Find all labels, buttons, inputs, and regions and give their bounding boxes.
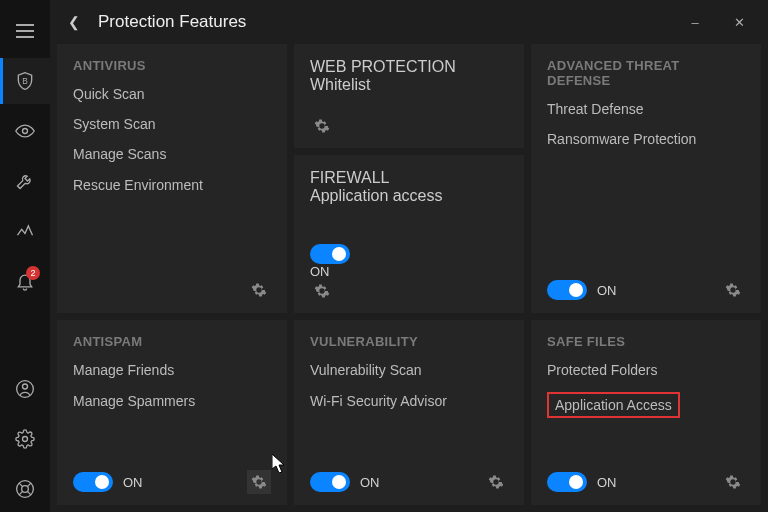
card-heading: ANTISPAM bbox=[73, 334, 271, 349]
svg-point-1 bbox=[23, 129, 28, 134]
header: ❮ Protection Features – ✕ bbox=[50, 0, 768, 44]
close-button[interactable]: ✕ bbox=[724, 15, 754, 30]
gear-icon bbox=[725, 474, 741, 490]
toggle-atd[interactable] bbox=[547, 280, 587, 300]
settings-antivirus[interactable] bbox=[247, 278, 271, 302]
svg-text:B: B bbox=[22, 76, 28, 86]
gear-icon bbox=[488, 474, 504, 490]
toggle-safefiles[interactable] bbox=[547, 472, 587, 492]
svg-point-4 bbox=[23, 437, 28, 442]
link-application-access-safefiles[interactable]: Application Access bbox=[547, 392, 680, 418]
gear-icon bbox=[314, 118, 330, 134]
card-heading: VULNERABILITY bbox=[310, 334, 508, 349]
link-rescue-environment[interactable]: Rescue Environment bbox=[73, 176, 271, 194]
card-antivirus: ANTIVIRUS Quick Scan System Scan Manage … bbox=[57, 44, 287, 313]
tools-icon bbox=[15, 171, 35, 191]
card-heading: ADVANCED THREAT DEFENSE bbox=[547, 58, 745, 88]
link-protected-folders[interactable]: Protected Folders bbox=[547, 361, 745, 379]
rail-tools[interactable] bbox=[0, 158, 50, 204]
link-system-scan[interactable]: System Scan bbox=[73, 115, 271, 133]
toggle-label: ON bbox=[123, 475, 143, 490]
toggle-label: ON bbox=[360, 475, 380, 490]
settings-antispam[interactable] bbox=[247, 470, 271, 494]
rail-notifications[interactable]: 2 bbox=[0, 258, 50, 304]
shield-icon: B bbox=[15, 71, 35, 91]
link-quick-scan[interactable]: Quick Scan bbox=[73, 85, 271, 103]
settings-safefiles[interactable] bbox=[721, 470, 745, 494]
activity-icon bbox=[15, 221, 35, 241]
side-rail: B 2 bbox=[0, 0, 50, 512]
toggle-label: ON bbox=[597, 283, 617, 298]
notification-badge: 2 bbox=[26, 266, 40, 280]
rail-settings[interactable] bbox=[0, 416, 50, 462]
card-heading: FIREWALL bbox=[310, 169, 508, 187]
card-atd: ADVANCED THREAT DEFENSE Threat Defense R… bbox=[531, 44, 761, 313]
settings-atd[interactable] bbox=[721, 278, 745, 302]
rail-protection[interactable]: B bbox=[0, 58, 50, 104]
link-manage-spammers[interactable]: Manage Spammers bbox=[73, 392, 271, 410]
lifebuoy-icon bbox=[15, 479, 35, 499]
cards-grid: ANTIVIRUS Quick Scan System Scan Manage … bbox=[50, 44, 768, 512]
gear-icon bbox=[251, 474, 267, 490]
gear-icon bbox=[15, 429, 35, 449]
menu-button[interactable] bbox=[0, 8, 50, 54]
card-heading: SAFE FILES bbox=[547, 334, 745, 349]
card-safefiles: SAFE FILES Protected Folders Application… bbox=[531, 320, 761, 505]
card-webprotection: WEB PROTECTION Whitelist bbox=[294, 44, 524, 148]
settings-vulnerability[interactable] bbox=[484, 470, 508, 494]
toggle-firewall[interactable] bbox=[310, 244, 350, 264]
link-ransomware-protection[interactable]: Ransomware Protection bbox=[547, 130, 745, 148]
toggle-vulnerability[interactable] bbox=[310, 472, 350, 492]
link-threat-defense[interactable]: Threat Defense bbox=[547, 100, 745, 118]
rail-account[interactable] bbox=[0, 366, 50, 412]
link-whitelist[interactable]: Whitelist bbox=[310, 76, 370, 93]
card-firewall: FIREWALL Application access ON bbox=[294, 155, 524, 313]
toggle-label: ON bbox=[310, 264, 508, 279]
link-manage-friends[interactable]: Manage Friends bbox=[73, 361, 271, 379]
rail-privacy[interactable] bbox=[0, 108, 50, 154]
back-button[interactable]: ❮ bbox=[64, 14, 84, 30]
gear-icon bbox=[314, 283, 330, 299]
page-title: Protection Features bbox=[98, 12, 246, 32]
minimize-button[interactable]: – bbox=[680, 15, 710, 30]
toggle-antispam[interactable] bbox=[73, 472, 113, 492]
link-vulnerability-scan[interactable]: Vulnerability Scan bbox=[310, 361, 508, 379]
toggle-label: ON bbox=[597, 475, 617, 490]
gear-icon bbox=[725, 282, 741, 298]
settings-firewall[interactable] bbox=[310, 279, 334, 303]
user-icon bbox=[15, 379, 35, 399]
card-antispam: ANTISPAM Manage Friends Manage Spammers … bbox=[57, 320, 287, 505]
gear-icon bbox=[251, 282, 267, 298]
rail-activity[interactable] bbox=[0, 208, 50, 254]
eye-icon bbox=[15, 121, 35, 141]
link-application-access[interactable]: Application access bbox=[310, 187, 443, 204]
link-wifi-security-advisor[interactable]: Wi-Fi Security Advisor bbox=[310, 392, 508, 410]
svg-point-3 bbox=[23, 384, 28, 389]
settings-webprotection[interactable] bbox=[310, 114, 334, 138]
svg-point-6 bbox=[22, 486, 29, 493]
card-heading: ANTIVIRUS bbox=[73, 58, 271, 73]
link-manage-scans[interactable]: Manage Scans bbox=[73, 145, 271, 163]
card-heading: WEB PROTECTION bbox=[310, 58, 508, 76]
rail-help[interactable] bbox=[0, 466, 50, 512]
card-vulnerability: VULNERABILITY Vulnerability Scan Wi-Fi S… bbox=[294, 320, 524, 505]
